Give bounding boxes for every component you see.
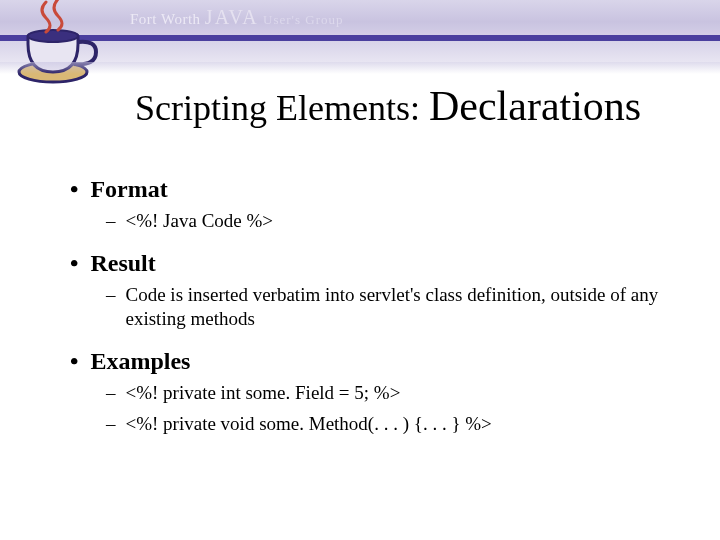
section-heading: Format bbox=[70, 176, 680, 203]
title-part2: Declarations bbox=[429, 83, 641, 129]
header-band: Fort Worth JAVA User's Group bbox=[0, 0, 720, 62]
section-heading: Examples bbox=[70, 348, 680, 375]
section-heading-text: Examples bbox=[90, 348, 190, 374]
java-coffee-icon bbox=[8, 0, 108, 94]
list-item-text: <%! private void some. Method(. . . ) {.… bbox=[126, 412, 492, 437]
slide-title: Scripting Elements: Declarations bbox=[135, 82, 641, 130]
list-item: <%! private void some. Method(. . . ) {.… bbox=[106, 412, 680, 437]
list-item-text: Code is inserted verbatim into servlet's… bbox=[126, 283, 666, 332]
list-item-text: <%! private int some. Field = 5; %> bbox=[126, 381, 401, 406]
section-heading-text: Result bbox=[90, 250, 155, 276]
header-org-text: Fort Worth JAVA User's Group bbox=[130, 6, 344, 29]
section-heading: Result bbox=[70, 250, 680, 277]
svg-point-1 bbox=[28, 30, 78, 42]
slide-content: Format <%! Java Code %> Result Code is i… bbox=[70, 160, 680, 442]
header-stripe bbox=[0, 35, 720, 41]
list-item: <%! private int some. Field = 5; %> bbox=[106, 381, 680, 406]
org-prefix: Fort Worth bbox=[130, 11, 201, 27]
section-heading-text: Format bbox=[90, 176, 167, 202]
title-part1: Scripting Elements: bbox=[135, 88, 429, 128]
list-item: <%! Java Code %> bbox=[106, 209, 680, 234]
list-item-text: <%! Java Code %> bbox=[126, 209, 274, 234]
header-shadow bbox=[0, 62, 720, 74]
list-item: Code is inserted verbatim into servlet's… bbox=[106, 283, 680, 332]
org-java: JAVA bbox=[205, 6, 259, 28]
org-suffix: User's Group bbox=[263, 12, 343, 27]
